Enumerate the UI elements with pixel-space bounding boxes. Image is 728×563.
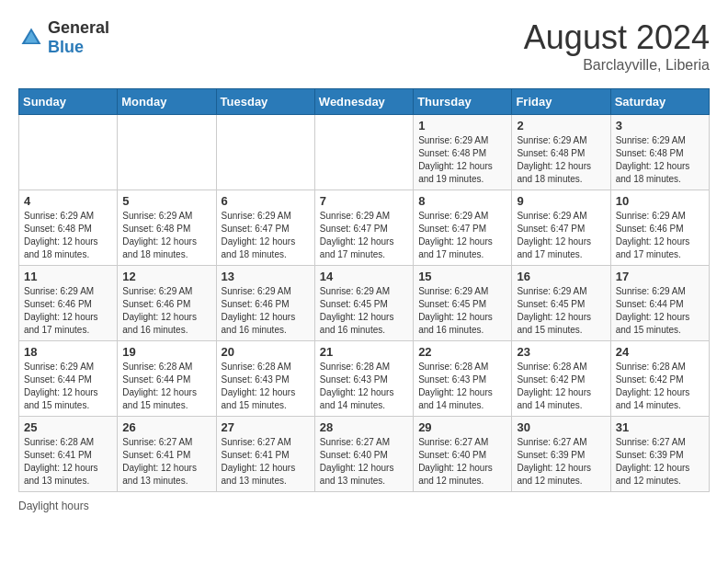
- logo-general: General: [48, 18, 109, 37]
- calendar-cell: [19, 115, 118, 190]
- day-info: Sunrise: 6:29 AM Sunset: 6:48 PM Dayligh…: [122, 210, 210, 261]
- day-number: 13: [222, 270, 310, 283]
- day-number: 1: [418, 119, 506, 132]
- day-info: Sunrise: 6:27 AM Sunset: 6:40 PM Dayligh…: [418, 436, 506, 488]
- day-info: Sunrise: 6:29 AM Sunset: 6:47 PM Dayligh…: [222, 210, 310, 261]
- day-info: Sunrise: 6:28 AM Sunset: 6:41 PM Dayligh…: [24, 436, 112, 488]
- day-info: Sunrise: 6:27 AM Sunset: 6:39 PM Dayligh…: [616, 436, 704, 488]
- calendar-cell: 2Sunrise: 6:29 AM Sunset: 6:48 PM Daylig…: [512, 115, 610, 190]
- footer: Daylight hours: [18, 500, 710, 512]
- day-number: 28: [320, 420, 408, 434]
- logo-blue: Blue: [48, 38, 84, 56]
- calendar-cell: 23Sunrise: 6:28 AM Sunset: 6:42 PM Dayli…: [512, 341, 610, 417]
- day-number: 22: [418, 345, 506, 359]
- calendar-day-header: Monday: [118, 89, 216, 115]
- calendar-week-row: 4Sunrise: 6:29 AM Sunset: 6:48 PM Daylig…: [19, 190, 710, 266]
- day-info: Sunrise: 6:27 AM Sunset: 6:39 PM Dayligh…: [517, 436, 605, 488]
- day-info: Sunrise: 6:29 AM Sunset: 6:44 PM Dayligh…: [24, 361, 112, 412]
- logo-icon: [18, 25, 44, 51]
- calendar-cell: 25Sunrise: 6:28 AM Sunset: 6:41 PM Dayli…: [19, 417, 118, 492]
- daylight-label: Daylight hours: [18, 500, 89, 512]
- calendar-day-header: Saturday: [610, 89, 709, 115]
- calendar-cell: 18Sunrise: 6:29 AM Sunset: 6:44 PM Dayli…: [19, 341, 118, 417]
- day-number: 16: [517, 270, 605, 283]
- title-block: August 2024 Barclayville, Liberia: [524, 18, 710, 74]
- day-info: Sunrise: 6:27 AM Sunset: 6:40 PM Dayligh…: [320, 436, 408, 488]
- month-year-title: August 2024: [524, 18, 710, 57]
- day-info: Sunrise: 6:28 AM Sunset: 6:42 PM Dayligh…: [616, 361, 704, 412]
- day-number: 23: [517, 345, 605, 359]
- day-number: 11: [24, 270, 112, 283]
- day-number: 6: [222, 194, 310, 208]
- day-info: Sunrise: 6:29 AM Sunset: 6:46 PM Dayligh…: [222, 285, 310, 337]
- calendar-cell: 8Sunrise: 6:29 AM Sunset: 6:47 PM Daylig…: [414, 190, 512, 266]
- calendar-cell: 28Sunrise: 6:27 AM Sunset: 6:40 PM Dayli…: [314, 417, 413, 492]
- day-info: Sunrise: 6:27 AM Sunset: 6:41 PM Dayligh…: [122, 436, 210, 488]
- calendar-cell: [216, 115, 314, 190]
- day-info: Sunrise: 6:28 AM Sunset: 6:43 PM Dayligh…: [418, 361, 506, 412]
- calendar-day-header: Sunday: [19, 89, 118, 115]
- day-number: 26: [122, 420, 210, 434]
- day-number: 21: [320, 345, 408, 359]
- calendar-header-row: SundayMondayTuesdayWednesdayThursdayFrid…: [19, 89, 710, 115]
- calendar-cell: [314, 115, 413, 190]
- calendar-day-header: Thursday: [414, 89, 512, 115]
- day-number: 7: [320, 194, 408, 208]
- day-info: Sunrise: 6:29 AM Sunset: 6:46 PM Dayligh…: [616, 210, 704, 261]
- calendar-cell: 19Sunrise: 6:28 AM Sunset: 6:44 PM Dayli…: [118, 341, 216, 417]
- calendar-cell: 12Sunrise: 6:29 AM Sunset: 6:46 PM Dayli…: [118, 266, 216, 341]
- day-info: Sunrise: 6:27 AM Sunset: 6:41 PM Dayligh…: [222, 436, 310, 488]
- page-header: General Blue August 2024 Barclayville, L…: [18, 18, 710, 74]
- day-number: 2: [517, 119, 605, 132]
- day-number: 8: [418, 194, 506, 208]
- calendar-cell: 4Sunrise: 6:29 AM Sunset: 6:48 PM Daylig…: [19, 190, 118, 266]
- calendar-cell: 7Sunrise: 6:29 AM Sunset: 6:47 PM Daylig…: [314, 190, 413, 266]
- calendar-day-header: Tuesday: [216, 89, 314, 115]
- day-number: 29: [418, 420, 506, 434]
- day-info: Sunrise: 6:29 AM Sunset: 6:48 PM Dayligh…: [616, 134, 704, 186]
- calendar-cell: 20Sunrise: 6:28 AM Sunset: 6:43 PM Dayli…: [216, 341, 314, 417]
- calendar-cell: 3Sunrise: 6:29 AM Sunset: 6:48 PM Daylig…: [610, 115, 709, 190]
- calendar-cell: 13Sunrise: 6:29 AM Sunset: 6:46 PM Dayli…: [216, 266, 314, 341]
- day-number: 3: [616, 119, 704, 132]
- day-number: 31: [616, 420, 704, 434]
- day-info: Sunrise: 6:29 AM Sunset: 6:46 PM Dayligh…: [122, 285, 210, 337]
- calendar-cell: 10Sunrise: 6:29 AM Sunset: 6:46 PM Dayli…: [610, 190, 709, 266]
- day-number: 19: [122, 345, 210, 359]
- calendar-day-header: Wednesday: [314, 89, 413, 115]
- day-info: Sunrise: 6:28 AM Sunset: 6:43 PM Dayligh…: [222, 361, 310, 412]
- calendar-table: SundayMondayTuesdayWednesdayThursdayFrid…: [18, 88, 710, 492]
- day-info: Sunrise: 6:29 AM Sunset: 6:48 PM Dayligh…: [24, 210, 112, 261]
- day-number: 10: [616, 194, 704, 208]
- calendar-day-header: Friday: [512, 89, 610, 115]
- day-info: Sunrise: 6:29 AM Sunset: 6:48 PM Dayligh…: [418, 134, 506, 186]
- calendar-week-row: 1Sunrise: 6:29 AM Sunset: 6:48 PM Daylig…: [19, 115, 710, 190]
- day-info: Sunrise: 6:29 AM Sunset: 6:47 PM Dayligh…: [418, 210, 506, 261]
- calendar-cell: 26Sunrise: 6:27 AM Sunset: 6:41 PM Dayli…: [118, 417, 216, 492]
- calendar-cell: 1Sunrise: 6:29 AM Sunset: 6:48 PM Daylig…: [414, 115, 512, 190]
- calendar-cell: 30Sunrise: 6:27 AM Sunset: 6:39 PM Dayli…: [512, 417, 610, 492]
- calendar-cell: 15Sunrise: 6:29 AM Sunset: 6:45 PM Dayli…: [414, 266, 512, 341]
- calendar-cell: 5Sunrise: 6:29 AM Sunset: 6:48 PM Daylig…: [118, 190, 216, 266]
- day-number: 14: [320, 270, 408, 283]
- day-info: Sunrise: 6:29 AM Sunset: 6:46 PM Dayligh…: [24, 285, 112, 337]
- day-info: Sunrise: 6:28 AM Sunset: 6:43 PM Dayligh…: [320, 361, 408, 412]
- day-number: 4: [24, 194, 112, 208]
- day-info: Sunrise: 6:29 AM Sunset: 6:48 PM Dayligh…: [517, 134, 605, 186]
- day-number: 17: [616, 270, 704, 283]
- day-number: 9: [517, 194, 605, 208]
- day-number: 18: [24, 345, 112, 359]
- calendar-cell: 11Sunrise: 6:29 AM Sunset: 6:46 PM Dayli…: [19, 266, 118, 341]
- day-number: 27: [222, 420, 310, 434]
- day-info: Sunrise: 6:28 AM Sunset: 6:44 PM Dayligh…: [122, 361, 210, 412]
- calendar-cell: 9Sunrise: 6:29 AM Sunset: 6:47 PM Daylig…: [512, 190, 610, 266]
- calendar-week-row: 18Sunrise: 6:29 AM Sunset: 6:44 PM Dayli…: [19, 341, 710, 417]
- day-number: 5: [122, 194, 210, 208]
- calendar-cell: 6Sunrise: 6:29 AM Sunset: 6:47 PM Daylig…: [216, 190, 314, 266]
- day-number: 20: [222, 345, 310, 359]
- calendar-cell: 31Sunrise: 6:27 AM Sunset: 6:39 PM Dayli…: [610, 417, 709, 492]
- day-number: 12: [122, 270, 210, 283]
- calendar-cell: 17Sunrise: 6:29 AM Sunset: 6:44 PM Dayli…: [610, 266, 709, 341]
- logo-text: General Blue: [48, 18, 109, 57]
- day-info: Sunrise: 6:29 AM Sunset: 6:45 PM Dayligh…: [418, 285, 506, 337]
